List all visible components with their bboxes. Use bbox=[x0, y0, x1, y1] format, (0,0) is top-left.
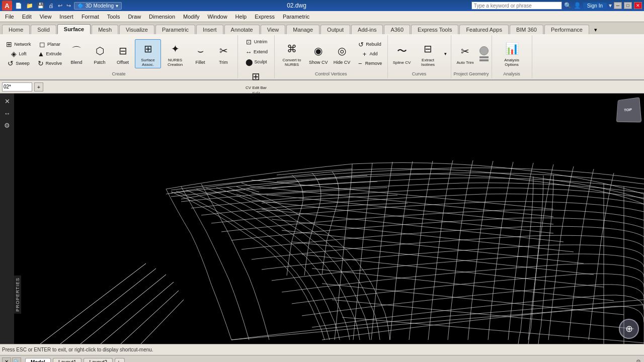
show-cv-button[interactable]: ◉ Show CV bbox=[307, 42, 330, 66]
nurbs-creation-button[interactable]: ✦ NURBS Creation bbox=[162, 40, 188, 68]
patch-button[interactable]: ⬡ Patch bbox=[89, 42, 111, 66]
menu-item-format[interactable]: Format bbox=[77, 13, 103, 21]
auto-trim-button[interactable]: ✂ Auto Trim bbox=[454, 42, 476, 66]
fillet-button[interactable]: ⌣ Fillet bbox=[189, 42, 211, 66]
add-button[interactable]: + Add bbox=[354, 49, 384, 58]
tab-manage[interactable]: Manage bbox=[286, 25, 319, 34]
tab-mesh[interactable]: Mesh bbox=[92, 25, 118, 34]
tab-annotate[interactable]: Annotate bbox=[224, 25, 260, 34]
untrim-button[interactable]: ⊡ Untrim bbox=[241, 37, 271, 46]
extend-button[interactable]: ↔ Extend bbox=[241, 47, 271, 56]
search-input[interactable] bbox=[471, 2, 562, 10]
layout1-tab[interactable]: Layout1 bbox=[53, 358, 82, 363]
loft-icon: ◈ bbox=[10, 50, 18, 58]
search-bottom-button[interactable]: 🔍 bbox=[12, 357, 21, 363]
viewport[interactable]: ✕ ↔ ⚙ PROPERTIES TOP ⊕ bbox=[0, 94, 644, 344]
planar-button[interactable]: ◻ Planar bbox=[34, 40, 64, 49]
surface-assoc-button[interactable]: ⊞ Surface Assoc. bbox=[135, 39, 161, 68]
revolve-button[interactable]: ↻ Revolve bbox=[34, 59, 64, 68]
tab-bim360[interactable]: BIM 360 bbox=[510, 25, 543, 34]
menu-item-dimension[interactable]: Dimension bbox=[145, 13, 179, 21]
quick-access-new[interactable]: 📄 bbox=[14, 2, 23, 10]
steering-wheel[interactable]: ⊕ bbox=[619, 319, 639, 339]
minimize-button[interactable]: ─ bbox=[614, 2, 622, 9]
tab-add-ins[interactable]: Add-ins bbox=[351, 25, 383, 34]
tab-featured-apps[interactable]: Featured Apps bbox=[459, 25, 509, 34]
quick-access-redo[interactable]: ↪ bbox=[65, 2, 72, 10]
analysis-buttons: 📊 Analysis Options bbox=[496, 36, 528, 71]
trim-button[interactable]: ✂ Trim bbox=[212, 42, 234, 66]
curves-dropdown[interactable]: ▾ bbox=[443, 50, 448, 57]
help-menu-icon[interactable]: ▾ bbox=[609, 2, 612, 9]
tab-output[interactable]: Output bbox=[320, 25, 350, 34]
offset-button[interactable]: ⊟ Offset bbox=[112, 42, 134, 66]
properties-panel-label[interactable]: PROPERTIES bbox=[14, 276, 21, 314]
rebuild-button[interactable]: ↺ Rebuild bbox=[354, 40, 384, 49]
extract-isolines-button[interactable]: ⊟ Extract Isolines bbox=[414, 40, 442, 68]
menu-item-view[interactable]: View bbox=[36, 13, 56, 21]
sweep-button[interactable]: ↺ Sweep bbox=[3, 59, 33, 68]
extrude-button[interactable]: ▲ Extrude bbox=[34, 49, 64, 58]
rotate-button[interactable]: ⚙ bbox=[2, 120, 13, 131]
restore-button[interactable]: □ bbox=[624, 2, 632, 9]
convert-to-nurbs-button[interactable]: ⌘ Convert to NURBS bbox=[278, 40, 306, 68]
blend-button[interactable]: ⌒ Blend bbox=[65, 42, 88, 66]
tab-surface[interactable]: Surface bbox=[57, 24, 91, 34]
layout2-tab[interactable]: Layout2 bbox=[84, 358, 113, 363]
cv-edit-bar-button[interactable]: ⊞ CV Edit Bar bbox=[244, 67, 269, 91]
menu-item-edit[interactable]: Edit bbox=[18, 13, 36, 21]
quick-access-save[interactable]: 💾 bbox=[36, 2, 45, 10]
menu-item-parametric[interactable]: Parametric bbox=[279, 13, 313, 21]
add-viewport-button[interactable]: + bbox=[34, 82, 43, 92]
model-tab[interactable]: Model bbox=[25, 358, 51, 363]
add-layout-button[interactable]: + bbox=[115, 358, 125, 363]
close-button[interactable]: ✕ bbox=[634, 2, 642, 9]
analysis-options-button[interactable]: 📊 Analysis Options bbox=[497, 40, 527, 68]
surface-assoc-label: Surface Assoc. bbox=[137, 58, 158, 67]
extrude-icon: ▲ bbox=[37, 50, 45, 58]
menu-item-tools[interactable]: Tools bbox=[103, 13, 124, 21]
tab-solid[interactable]: Solid bbox=[31, 25, 56, 34]
menu-item-modify[interactable]: Modify bbox=[179, 13, 203, 21]
sign-in-button[interactable]: Sign In bbox=[583, 3, 607, 9]
search-icon[interactable]: 🔍 bbox=[564, 2, 572, 9]
menu-item-window[interactable]: Window bbox=[203, 13, 231, 21]
hide-cv-button[interactable]: ◎ Hide CV bbox=[331, 42, 353, 66]
auto-trim-label: Auto Trim bbox=[456, 60, 473, 65]
patch-label: Patch bbox=[94, 60, 105, 65]
close-panel-button[interactable]: ✕ bbox=[2, 96, 13, 107]
hide-cv-label: Hide CV bbox=[334, 60, 351, 65]
tab-home[interactable]: Home bbox=[2, 25, 30, 34]
menu-item-express[interactable]: Express bbox=[251, 13, 279, 21]
spline-cv-label: Spline CV bbox=[393, 60, 411, 65]
spline-cv-button[interactable]: 〜 Spline CV bbox=[391, 42, 413, 66]
tab-parametric[interactable]: Parametric bbox=[155, 25, 195, 34]
menu-item-file[interactable]: File bbox=[1, 13, 18, 21]
project-buttons: ✂ Auto Trim bbox=[453, 36, 490, 71]
menu-item-insert[interactable]: Insert bbox=[55, 13, 77, 21]
tab-a360[interactable]: A360 bbox=[384, 25, 410, 34]
bottom-right-icon[interactable]: ⚙ bbox=[635, 357, 642, 362]
tab-visualize[interactable]: Visualize bbox=[119, 25, 154, 34]
angle-input[interactable] bbox=[2, 82, 32, 92]
tab-performance[interactable]: Performance bbox=[544, 25, 589, 34]
quick-access-undo[interactable]: ↩ bbox=[57, 2, 63, 10]
tab-express-tools[interactable]: Express Tools bbox=[411, 25, 458, 34]
workspace-selector[interactable]: 🔷 3D Modeling ▾ bbox=[74, 2, 122, 10]
loft-button[interactable]: ◈ Loft bbox=[3, 49, 33, 58]
add-label: Add bbox=[370, 51, 378, 56]
close-bottom-button[interactable]: ✕ bbox=[2, 357, 11, 363]
network-button[interactable]: ⊞ Network bbox=[3, 40, 33, 49]
remove-button[interactable]: − Remove bbox=[354, 59, 384, 68]
pan-button[interactable]: ↔ bbox=[2, 108, 13, 119]
menu-item-help[interactable]: Help bbox=[231, 13, 251, 21]
auto-trim-icon: ✂ bbox=[457, 43, 473, 59]
tab-view[interactable]: View bbox=[261, 25, 286, 34]
sculpt-button[interactable]: ⬤ Sculpt bbox=[241, 57, 271, 66]
menu-item-draw[interactable]: Draw bbox=[124, 13, 145, 21]
tab-insert[interactable]: Insert bbox=[196, 25, 223, 34]
quick-access-open[interactable]: 📁 bbox=[25, 2, 34, 10]
quick-access-print[interactable]: 🖨 bbox=[47, 2, 55, 10]
view-cube[interactable]: TOP bbox=[616, 97, 642, 122]
tab-expand[interactable]: ▾ bbox=[592, 26, 599, 34]
